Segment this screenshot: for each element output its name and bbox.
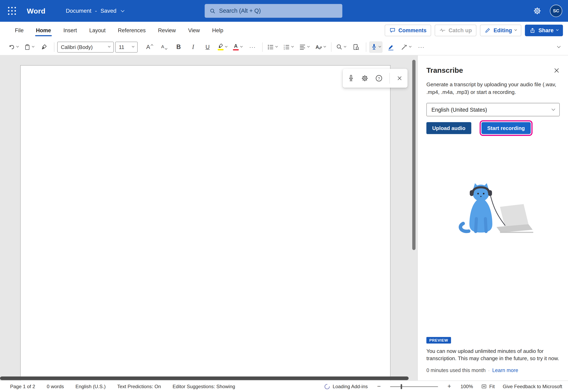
page-search-icon bbox=[353, 44, 359, 50]
menu-file[interactable]: File bbox=[9, 22, 30, 39]
floating-microphone-button[interactable] bbox=[348, 75, 354, 82]
editor-suggestions-toggle[interactable]: Editor Suggestions: Showing bbox=[173, 384, 235, 389]
font-name-select[interactable]: Calibri (Body) bbox=[57, 42, 114, 52]
search-box[interactable] bbox=[205, 4, 342, 18]
vertical-scrollbar[interactable] bbox=[412, 58, 416, 373]
svg-text:3: 3 bbox=[284, 48, 285, 50]
fit-label: Fit bbox=[489, 384, 495, 389]
underline-icon: U bbox=[206, 44, 210, 50]
comments-button[interactable]: Comments bbox=[385, 24, 431, 36]
text-predictions-toggle[interactable]: Text Predictions: On bbox=[117, 384, 161, 389]
menu-label: Review bbox=[158, 27, 176, 33]
proofing-language[interactable]: English (U.S.) bbox=[76, 384, 106, 389]
dictate-button[interactable] bbox=[369, 41, 383, 53]
document-title-chip[interactable]: Document - Saved bbox=[66, 8, 124, 14]
chevron-down-icon bbox=[275, 45, 278, 48]
zoom-slider-thumb[interactable] bbox=[401, 384, 402, 389]
more-font-options-button[interactable]: ··· bbox=[246, 41, 259, 53]
start-recording-button[interactable]: Start recording bbox=[481, 122, 530, 134]
editor-button[interactable] bbox=[385, 41, 397, 53]
page-search-button[interactable] bbox=[350, 41, 362, 53]
share-button[interactable]: Share bbox=[525, 24, 563, 36]
shrink-font-button[interactable]: A bbox=[158, 41, 170, 53]
feedback-link[interactable]: Give Feedback to Microsoft bbox=[503, 384, 562, 389]
designer-button[interactable] bbox=[399, 41, 413, 53]
comment-icon bbox=[389, 27, 396, 33]
document-name: Document bbox=[66, 8, 91, 14]
workspace: ? Transcribe bbox=[0, 56, 568, 380]
chevron-down-icon bbox=[32, 45, 34, 48]
menu-insert[interactable]: Insert bbox=[57, 22, 83, 39]
highlighter-icon bbox=[218, 43, 224, 50]
close-icon bbox=[397, 75, 402, 81]
designer-wand-icon bbox=[401, 44, 407, 50]
format-painter-button[interactable] bbox=[38, 41, 50, 53]
alignment-button[interactable] bbox=[297, 41, 311, 53]
floating-help-button[interactable]: ? bbox=[375, 75, 383, 82]
numbered-list-button[interactable]: 1 2 3 bbox=[281, 41, 295, 53]
upload-audio-button[interactable]: Upload audio bbox=[426, 122, 471, 134]
topbar-right: SC bbox=[533, 5, 562, 17]
zoom-in-button[interactable]: + bbox=[446, 383, 452, 390]
menu-layout[interactable]: Layout bbox=[83, 22, 112, 39]
menu-help[interactable]: Help bbox=[206, 22, 230, 39]
align-text-icon bbox=[299, 44, 306, 50]
caret-up-mark bbox=[151, 44, 153, 47]
italic-icon: I bbox=[192, 44, 194, 50]
fit-button[interactable]: Fit bbox=[481, 384, 495, 389]
document-canvas-area: ? bbox=[0, 56, 417, 380]
styles-button[interactable]: A bbox=[313, 41, 327, 53]
catch-up-button[interactable]: Catch up bbox=[435, 24, 476, 36]
document-page[interactable] bbox=[20, 65, 390, 380]
microphone-icon bbox=[348, 75, 354, 82]
menu-home[interactable]: Home bbox=[30, 22, 57, 39]
zoom-out-button[interactable]: − bbox=[376, 383, 382, 390]
zoom-level[interactable]: 100% bbox=[460, 384, 473, 389]
font-size-select[interactable]: 11 bbox=[115, 42, 138, 52]
chevron-down-icon bbox=[344, 45, 346, 48]
floating-close-button[interactable] bbox=[397, 75, 402, 81]
panel-close-button[interactable] bbox=[554, 67, 560, 74]
text-highlight-button[interactable] bbox=[216, 41, 229, 53]
account-avatar[interactable]: SC bbox=[550, 5, 562, 17]
caret-down-mark bbox=[165, 47, 167, 50]
horizontal-scrollbar[interactable] bbox=[0, 377, 413, 380]
settings-gear-icon[interactable] bbox=[533, 7, 541, 15]
search-input[interactable] bbox=[219, 8, 337, 14]
ellipsis-icon: ··· bbox=[418, 44, 425, 50]
zoom-slider[interactable] bbox=[390, 386, 438, 387]
font-color-button[interactable]: A bbox=[231, 41, 244, 53]
underline-button[interactable]: U bbox=[202, 41, 214, 53]
undo-button[interactable] bbox=[6, 41, 20, 53]
horizontal-scrollbar-thumb[interactable] bbox=[0, 377, 409, 380]
vertical-scrollbar-thumb[interactable] bbox=[412, 60, 416, 250]
menu-references[interactable]: References bbox=[112, 22, 152, 39]
word-count[interactable]: 0 words bbox=[47, 384, 64, 389]
addins-label: Loading Add-ins bbox=[333, 384, 368, 389]
italic-button[interactable]: I bbox=[187, 41, 199, 53]
language-select[interactable]: English (United States) bbox=[426, 103, 560, 116]
menu-label: Help bbox=[212, 27, 223, 33]
share-label: Share bbox=[538, 27, 554, 33]
ribbon-collapse-button[interactable] bbox=[554, 42, 564, 52]
grow-font-button[interactable]: A bbox=[143, 41, 156, 53]
bullet-list-button[interactable] bbox=[265, 41, 279, 53]
usage-separator: · bbox=[488, 368, 490, 373]
addins-status[interactable]: Loading Add-ins bbox=[324, 384, 368, 389]
chevron-down-icon[interactable] bbox=[121, 8, 125, 12]
menu-view[interactable]: View bbox=[182, 22, 206, 39]
floating-settings-button[interactable] bbox=[361, 75, 369, 82]
ribbon-toolbar: Calibri (Body) 11 A A B I U bbox=[0, 39, 568, 56]
font-color-icon: A bbox=[233, 43, 239, 50]
chevron-down-icon bbox=[379, 45, 381, 48]
more-commands-button[interactable]: ··· bbox=[415, 41, 427, 53]
menu-review[interactable]: Review bbox=[152, 22, 182, 39]
paste-button[interactable] bbox=[22, 41, 36, 53]
app-launcher-icon[interactable] bbox=[6, 5, 17, 16]
bold-button[interactable]: B bbox=[172, 41, 185, 53]
page-count[interactable]: Page 1 of 2 bbox=[10, 384, 35, 389]
editing-mode-button[interactable]: Editing bbox=[480, 24, 521, 36]
learn-more-link[interactable]: Learn more bbox=[492, 367, 518, 373]
find-button[interactable] bbox=[334, 41, 348, 53]
chevron-down-icon bbox=[307, 45, 310, 48]
